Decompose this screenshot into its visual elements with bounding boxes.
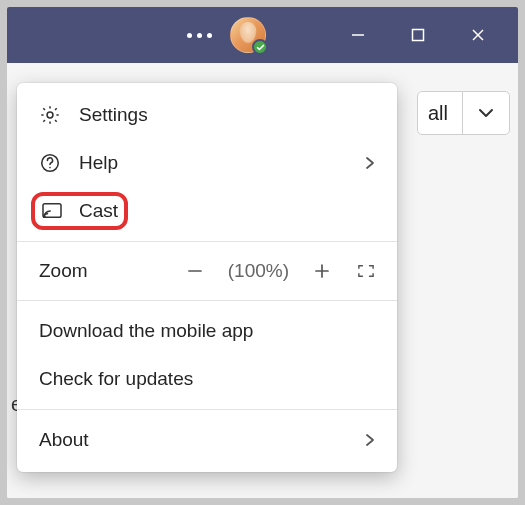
cast-highlight: Cast — [31, 192, 128, 230]
chevron-right-icon — [363, 433, 377, 447]
menu-item-label: Check for updates — [39, 368, 377, 390]
content-area: all e Settings — [7, 63, 518, 498]
close-button[interactable] — [448, 7, 508, 63]
window-controls — [328, 7, 508, 63]
cast-icon — [41, 202, 63, 220]
menu-item-cast[interactable]: Cast — [17, 187, 397, 235]
menu-separator — [17, 409, 397, 410]
avatar[interactable] — [230, 17, 266, 53]
menu-item-label: Cast — [79, 200, 118, 222]
menu-item-zoom: Zoom (100%) — [17, 248, 397, 294]
menu-item-label: Settings — [79, 104, 377, 126]
menu-item-download-app[interactable]: Download the mobile app — [17, 307, 397, 355]
menu-separator — [17, 241, 397, 242]
minus-icon — [186, 262, 204, 280]
svg-point-4 — [47, 112, 53, 118]
zoom-out-button[interactable] — [184, 260, 206, 282]
titlebar — [7, 7, 518, 63]
zoom-percentage: (100%) — [228, 260, 289, 282]
svg-rect-1 — [413, 30, 424, 41]
chevron-down-icon — [477, 104, 495, 122]
gear-icon — [39, 104, 65, 126]
menu-item-check-updates[interactable]: Check for updates — [17, 355, 397, 403]
help-icon — [39, 152, 65, 174]
fullscreen-icon — [356, 263, 376, 279]
menu-item-label: Help — [79, 152, 363, 174]
menu-item-label: About — [39, 429, 363, 451]
app-window: all e Settings — [7, 7, 518, 498]
call-split-button[interactable]: all — [417, 91, 510, 135]
profile-menu: Settings Help — [17, 83, 397, 472]
minimize-button[interactable] — [328, 7, 388, 63]
zoom-in-button[interactable] — [311, 260, 333, 282]
menu-separator — [17, 300, 397, 301]
plus-icon — [313, 262, 331, 280]
fullscreen-button[interactable] — [355, 260, 377, 282]
presence-available-icon — [252, 39, 268, 55]
svg-rect-7 — [43, 204, 61, 218]
call-button-label: all — [418, 102, 462, 125]
menu-item-about[interactable]: About — [17, 416, 397, 464]
menu-item-label: Download the mobile app — [39, 320, 377, 342]
menu-item-help[interactable]: Help — [17, 139, 397, 187]
menu-item-settings[interactable]: Settings — [17, 91, 397, 139]
chevron-right-icon — [363, 156, 377, 170]
call-dropdown-toggle[interactable] — [462, 92, 509, 134]
svg-point-6 — [49, 167, 51, 169]
svg-point-8 — [44, 215, 46, 217]
maximize-button[interactable] — [388, 7, 448, 63]
more-options-button[interactable] — [187, 33, 212, 38]
zoom-label: Zoom — [39, 260, 88, 282]
